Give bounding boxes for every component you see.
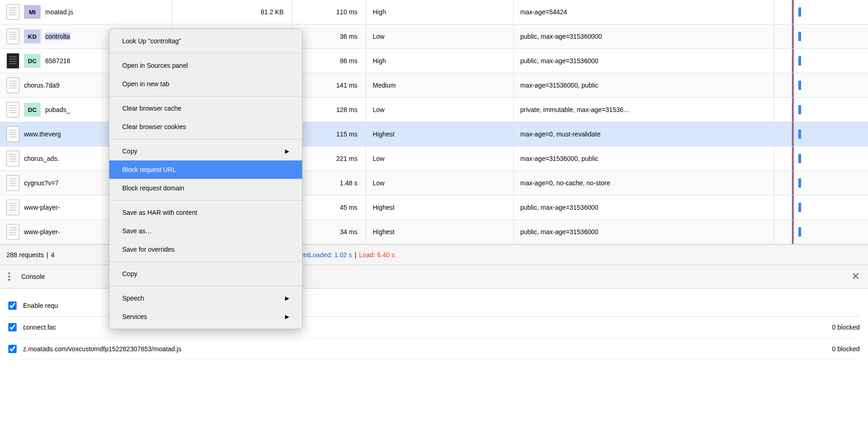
menu-label: Block request domain	[122, 184, 184, 192]
file-icon	[6, 126, 19, 142]
menu-copy2[interactable]: Copy	[109, 265, 302, 283]
col-time: 1.48 s	[292, 171, 366, 195]
file-icon	[6, 102, 19, 118]
file-name: moatad.js	[45, 8, 73, 16]
waterfall-bar	[798, 203, 801, 212]
col-priority: Low	[366, 98, 514, 122]
menu-copy[interactable]: Copy▶	[109, 142, 302, 160]
waterfall-bar	[798, 32, 801, 41]
col-cache-control: public, max-age=31536000	[514, 195, 774, 219]
menu-label: Look Up "controltag"	[122, 37, 181, 45]
col-time: 45 ms	[292, 195, 366, 219]
file-name: pubads_	[45, 106, 70, 113]
chevron-right-icon: ▶	[285, 148, 289, 154]
kebab-icon[interactable]	[8, 272, 10, 281]
file-icon	[6, 53, 19, 69]
file-icon	[6, 224, 19, 240]
col-cache-control: public, max-age=31536000	[514, 220, 774, 244]
status-sep: |	[47, 251, 48, 259]
col-time: 221 ms	[292, 147, 366, 171]
tab-console[interactable]: Console	[21, 273, 45, 280]
waterfall-bar	[798, 227, 801, 236]
enable-blocking-checkbox[interactable]	[8, 301, 17, 310]
waterfall-bar	[798, 130, 801, 139]
col-time: 141 ms	[292, 73, 366, 97]
menu-lookup[interactable]: Look Up "controltag"	[109, 32, 302, 50]
col-cache-control: max-age=0, must-revalidate	[514, 122, 774, 146]
file-name: chorus_ads.	[24, 155, 59, 162]
waterfall-bar	[798, 7, 801, 17]
menu-open-newtab[interactable]: Open in new tab	[109, 75, 302, 93]
menu-separator	[109, 139, 302, 139]
col-cache-control: max-age=0, no-cache, no-store	[514, 171, 774, 195]
menu-label: Speech	[122, 295, 144, 302]
col-waterfall	[774, 195, 868, 219]
menu-clear-cookies[interactable]: Clear browser cookies	[109, 118, 302, 136]
waterfall-bar	[798, 154, 801, 163]
initiator-badge: DC	[24, 54, 41, 68]
status-partial1: 4	[51, 251, 55, 259]
close-icon[interactable]: ✕	[851, 271, 860, 283]
menu-label: Save as HAR with content	[122, 209, 197, 216]
initiator-badge: MI	[24, 5, 41, 19]
initiator-badge: KD	[24, 30, 41, 43]
chevron-right-icon: ▶	[285, 295, 289, 301]
waterfall-bar	[798, 56, 801, 65]
col-waterfall	[774, 49, 868, 73]
menu-label: Copy	[122, 270, 137, 277]
waterfall-bar	[798, 178, 801, 188]
col-waterfall	[774, 147, 868, 171]
menu-label: Save for overrides	[122, 246, 175, 253]
menu-speech[interactable]: Speech▶	[109, 289, 302, 307]
col-time: 34 ms	[292, 220, 366, 244]
enable-blocking-label: Enable requ	[23, 302, 58, 309]
col-cache-control: private, immutable, max-age=31536…	[514, 98, 774, 122]
col-priority: Low	[366, 147, 514, 171]
menu-block-url[interactable]: Block request URL	[109, 160, 302, 179]
menu-separator	[109, 261, 302, 262]
file-name: 6587216	[45, 57, 71, 65]
file-icon	[6, 29, 19, 44]
menu-save-as[interactable]: Save as…	[109, 222, 302, 240]
chevron-right-icon: ▶	[285, 313, 289, 320]
menu-save-har[interactable]: Save as HAR with content	[109, 203, 302, 222]
status-requests: 288 requests	[6, 251, 44, 259]
menu-label: Save as…	[122, 227, 152, 235]
menu-label: Clear browser cache	[122, 105, 181, 112]
col-time: 128 ms	[292, 98, 366, 122]
menu-separator	[109, 53, 302, 53]
waterfall-bar	[798, 81, 801, 90]
blocking-checkbox[interactable]	[8, 345, 17, 353]
blocking-checkbox[interactable]	[8, 323, 17, 331]
col-priority: High	[366, 49, 514, 73]
waterfall-bar	[798, 105, 801, 114]
file-icon	[6, 151, 19, 166]
menu-separator	[109, 96, 302, 96]
file-icon	[6, 77, 19, 93]
blocking-entry[interactable]: z.moatads.com/voxcustomdfp152282307853/m…	[8, 338, 860, 360]
file-name: www.theverg	[24, 130, 61, 138]
menu-clear-cache[interactable]: Clear browser cache	[109, 99, 302, 118]
col-time: 36 ms	[292, 24, 366, 48]
menu-label: Open in new tab	[122, 80, 169, 88]
menu-block-domain[interactable]: Block request domain	[109, 179, 302, 197]
col-time: 110 ms	[292, 0, 366, 24]
file-name: www-player-	[24, 204, 60, 211]
file-icon	[6, 175, 19, 191]
menu-label: Services	[122, 313, 147, 320]
table-row[interactable]: MImoatad.js81.2 KB110 msHighmax-age=5442…	[0, 0, 868, 24]
col-cache-control: max-age=31536000, public	[514, 147, 774, 171]
status-sep: |	[355, 251, 357, 259]
col-cache-control: public, max-age=31536000	[514, 49, 774, 73]
menu-open-sources[interactable]: Open in Sources panel	[109, 56, 302, 75]
col-time: 86 ms	[292, 49, 366, 73]
col-cache-control: max-age=31536000, public	[514, 73, 774, 97]
initiator-badge: DC	[24, 103, 41, 117]
file-name: www-player-	[24, 228, 60, 236]
file-icon	[6, 4, 19, 20]
menu-save-overrides[interactable]: Save for overrides	[109, 240, 302, 259]
col-waterfall	[774, 98, 868, 122]
menu-services[interactable]: Services▶	[109, 307, 302, 326]
file-icon	[6, 200, 19, 215]
menu-label: Clear browser cookies	[122, 123, 186, 130]
